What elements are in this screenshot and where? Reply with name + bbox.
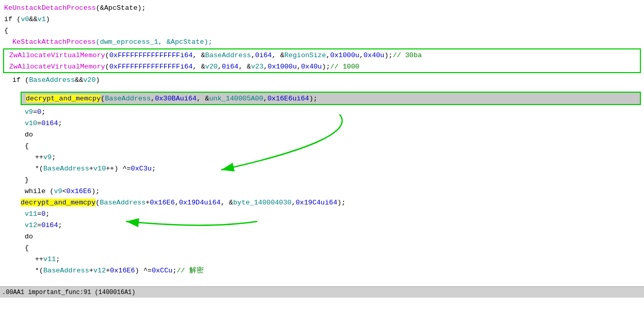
code-token: ) — [96, 76, 100, 84]
code-token: BaseAddress — [43, 267, 89, 274]
code-token: 0i64 — [41, 221, 58, 229]
code-token: v10 — [93, 165, 105, 173]
code-token: v12 — [4, 221, 37, 229]
code-token: = — [33, 108, 37, 116]
code-token: 0x40u — [301, 63, 322, 71]
code-line: ++v9; — [0, 151, 644, 163]
code-token: , — [251, 51, 255, 59]
code-token: { — [4, 27, 8, 35]
code-token: && — [75, 76, 83, 84]
code-token: ); — [309, 95, 317, 102]
code-line — [0, 85, 644, 91]
code-line: while ( v9 < 0x16E6 ); — [0, 185, 644, 197]
code-token: && — [29, 15, 38, 23]
code-token: ( — [96, 199, 100, 206]
code-line-decrypt2: decrypt_and_memcpy(BaseAddress + 0x16E6,… — [0, 197, 644, 208]
code-line: *(BaseAddress + v10++) ^= 0xC3u; — [0, 163, 644, 174]
code-token: BaseAddress — [100, 199, 146, 206]
code-token: (dwm_eprocess_1, &ApcState); — [96, 38, 212, 46]
code-line: ZwAllocateVirtualMemory(0xFFFFFFFFFFFFFF… — [4, 61, 640, 72]
code-token: BaseAddress — [105, 95, 151, 102]
code-token: + — [106, 267, 110, 274]
code-token: v9 — [43, 153, 51, 161]
code-token: + — [89, 165, 93, 173]
green-box-2: decrypt_and_memcpy(BaseAddress, 0x30BAui… — [21, 92, 641, 105]
code-token: ); — [384, 51, 392, 59]
code-token: , — [292, 199, 296, 206]
code-token: 0x40u — [364, 51, 385, 59]
code-token: if ( — [4, 15, 21, 23]
code-line: if ( v0 && v1 ) — [0, 13, 644, 25]
code-line: } — [0, 174, 644, 185]
code-token: (&ApcState); — [96, 4, 146, 12]
code-token: 0x19C4ui64 — [296, 199, 337, 206]
code-token: ) ^= — [135, 267, 151, 274]
code-line-decrypt1: decrypt_and_memcpy(BaseAddress, 0x30BAui… — [22, 93, 640, 104]
code-token: 0xFFFFFFFFFFFFFFFi64 — [109, 51, 192, 59]
code-token: v11 — [4, 210, 37, 218]
code-token: 0i64 — [222, 63, 238, 71]
code-token: BaseAddress — [43, 165, 89, 173]
code-token: 0x1000u — [330, 51, 360, 59]
code-token: *( — [4, 267, 43, 274]
code-token: 0 — [37, 108, 41, 116]
code-token: v10 — [4, 119, 37, 127]
code-token: 0x1000u — [267, 63, 297, 71]
code-token: ); — [92, 187, 100, 195]
code-token: , & — [192, 51, 205, 59]
code-token: , — [218, 63, 222, 71]
code-line: ZwAllocateVirtualMemory(0xFFFFFFFFFFFFFF… — [4, 49, 640, 61]
code-token: ; — [51, 153, 56, 161]
code-token: = — [37, 210, 41, 218]
code-token: ( — [105, 51, 109, 59]
code-token: ++ — [4, 255, 43, 263]
code-token: do — [4, 131, 33, 139]
code-token: ; — [58, 119, 62, 127]
code-token: byte_140004030 — [233, 199, 291, 206]
code-token: ); — [322, 63, 330, 71]
code-token: do — [4, 233, 33, 240]
code-token: // 解密 — [177, 266, 204, 275]
code-token: { — [4, 142, 29, 150]
code-token: ( — [105, 63, 109, 71]
code-line: v11 = 0; — [0, 208, 644, 219]
code-token: , — [151, 95, 155, 102]
code-token: v11 — [43, 255, 56, 263]
code-token: 0xFFFFFFFFFFFFFFFi64 — [109, 63, 192, 71]
green-box-1: ZwAllocateVirtualMemory(0xFFFFFFFFFFFFFF… — [3, 48, 641, 73]
code-token: , & — [239, 63, 251, 71]
code-token: v20 — [205, 63, 218, 71]
code-token: < — [62, 187, 66, 195]
code-token: ( — [101, 95, 105, 102]
code-token: , & — [196, 95, 209, 102]
code-token: + — [89, 267, 93, 274]
code-token: v20 — [83, 76, 96, 84]
code-token: 0x16E6ui64 — [267, 95, 309, 102]
code-token: ++ — [4, 153, 43, 161]
code-token: 0x30BAui64 — [155, 95, 196, 102]
code-token: v9 — [54, 187, 62, 195]
code-token: 0i64 — [255, 51, 272, 59]
code-token: 0xCCu — [152, 267, 173, 274]
code-token: = — [37, 221, 41, 229]
code-token: , — [263, 63, 267, 71]
code-token: ; — [46, 210, 50, 218]
code-token: } — [4, 176, 29, 184]
status-bar: .00AA1 important_func:91 (1400016A1) — [0, 286, 644, 298]
code-token: v23 — [251, 63, 263, 71]
code-token: unk_140005A00 — [209, 95, 263, 102]
code-line: KeUnstackDetachProcess(&ApcState); — [0, 2, 644, 13]
code-token: // 1000 — [330, 63, 360, 71]
code-token: , — [297, 63, 301, 71]
code-token: BaseAddress — [205, 51, 251, 59]
code-token: while ( — [4, 187, 54, 195]
code-line: ++v11; — [0, 253, 644, 265]
code-token: { — [4, 244, 29, 252]
code-token: if ( — [4, 76, 29, 84]
code-token: 0xC3u — [131, 165, 152, 173]
code-token: , — [326, 51, 330, 59]
code-token: , — [263, 95, 267, 102]
code-line: *(BaseAddress + v12 + 0x16E6) ^= 0xCCu;/… — [0, 265, 644, 276]
code-token: , & — [272, 51, 284, 59]
code-token: KeStackAttachProcess — [4, 38, 96, 46]
